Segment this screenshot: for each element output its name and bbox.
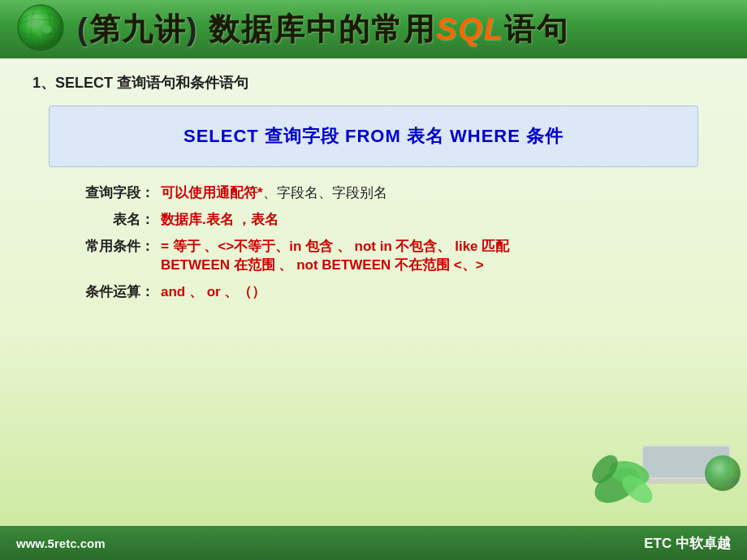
title-end: 语句 (504, 12, 569, 46)
title-sql: SQL (436, 12, 504, 46)
fields-value-black: 、字段名、字段别名 (263, 185, 387, 200)
main-content: 1、SELECT 查询语句和条件语句 SELECT 查询字段 FROM 表名 W… (0, 58, 747, 317)
svg-point-6 (37, 32, 41, 37)
operator-label: 条件运算： (81, 282, 154, 301)
condition-row: 常用条件： = 等于 、<>不等于、in 包含 、 not in 不包含、 li… (81, 237, 715, 274)
bottom-decoration (585, 429, 747, 526)
operator-value: and 、 or 、（） (161, 282, 266, 301)
sql-syntax-box: SELECT 查询字段 FROM 表名 WHERE 条件 (49, 106, 698, 167)
svg-point-5 (42, 25, 52, 33)
fields-row: 查询字段： 可以使用通配符*、字段名、字段别名 (81, 183, 715, 202)
footer: www.5retc.com ETC 中软卓越 (0, 526, 747, 560)
svg-point-0 (18, 5, 63, 50)
header: (第九讲) 数据库中的常用SQL语句 (0, 0, 747, 58)
details-section: 查询字段： 可以使用通配符*、字段名、字段别名 表名： 数据库.表名 ，表名 常… (81, 183, 715, 301)
section-label: 、SELECT 查询语句和条件语句 (41, 75, 248, 91)
sql-syntax-text: SELECT 查询字段 FROM 表名 WHERE 条件 (184, 126, 563, 146)
section-title: 1、SELECT 查询语句和条件语句 (32, 73, 715, 93)
footer-website: www.5retc.com (16, 536, 105, 550)
table-row: 表名： 数据库.表名 ，表名 (81, 210, 715, 229)
globe-icon (16, 3, 69, 56)
footer-company: ETC 中软卓越 (644, 534, 731, 553)
title-main: 数据库中的常用 (198, 12, 436, 46)
operator-value-red: and 、 or 、（） (161, 284, 266, 299)
condition-line1: = 等于 、<>不等于、in 包含 、 not in 不包含、 like 匹配 (161, 237, 509, 256)
header-title: (第九讲) 数据库中的常用SQL语句 (77, 9, 569, 50)
title-paren-close: ) (187, 12, 199, 46)
title-paren-open: ( (77, 12, 89, 46)
svg-point-14 (705, 455, 741, 491)
title-lecture: 第九讲 (89, 12, 187, 46)
fields-value: 可以使用通配符*、字段名、字段别名 (161, 183, 387, 202)
condition-value: = 等于 、<>不等于、in 包含 、 not in 不包含、 like 匹配 … (161, 237, 509, 274)
table-value-red: 数据库.表名 ，表名 (161, 212, 279, 227)
operator-row: 条件运算： and 、 or 、（） (81, 282, 715, 301)
condition-line2: BETWEEN 在范围 、 not BETWEEN 不在范围 <、> (161, 256, 509, 274)
table-value: 数据库.表名 ，表名 (161, 210, 279, 229)
section-number: 1 (32, 75, 41, 91)
fields-label: 查询字段： (81, 183, 154, 202)
table-label: 表名： (81, 210, 154, 229)
condition-label: 常用条件： (81, 237, 154, 256)
fields-value-red: 可以使用通配符* (161, 185, 263, 200)
